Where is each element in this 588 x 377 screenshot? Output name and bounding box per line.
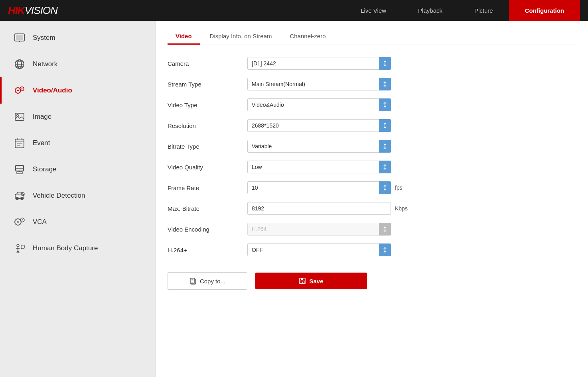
sidebar-item-system[interactable]: System <box>0 25 155 51</box>
label-stream-type: Stream Type <box>168 81 247 88</box>
select-wrap-video-quality: Low <box>247 161 391 173</box>
sidebar-item-vca[interactable]: VCA <box>0 209 155 235</box>
select-frame-rate[interactable]: 10 <box>247 181 391 194</box>
sidebar-label-storage: Storage <box>33 165 57 173</box>
main-content: Video Display Info. on Stream Channel-ze… <box>156 21 588 377</box>
sidebar-item-network[interactable]: Network <box>0 51 155 77</box>
svg-point-54 <box>302 282 303 283</box>
nav-items: Live View Playback Picture Configuration <box>345 0 580 21</box>
label-max-bitrate: Max. Bitrate <box>168 205 247 212</box>
select-wrap-h264plus: OFF <box>247 243 391 256</box>
form-row-video-encoding: Video Encoding H.264 <box>168 223 487 236</box>
logo-hik: HIK <box>8 4 25 17</box>
svg-rect-1 <box>16 35 23 40</box>
tab-display-info[interactable]: Display Info. on Stream <box>202 29 280 45</box>
storage-icon <box>14 163 26 175</box>
sidebar-item-event[interactable]: Event <box>0 130 155 156</box>
sidebar-item-video-audio[interactable]: Video/Audio <box>0 77 155 104</box>
control-max-bitrate <box>247 202 391 215</box>
svg-rect-22 <box>16 168 24 169</box>
top-nav: HIKVISION Live View Playback Picture Con… <box>0 0 588 21</box>
control-camera: [D1] 2442 <box>247 57 391 70</box>
svg-line-40 <box>18 251 19 253</box>
sidebar-label-event: Event <box>33 139 50 147</box>
svg-point-35 <box>22 220 23 220</box>
label-bitrate-type: Bitrate Type <box>168 143 247 150</box>
label-resolution: Resolution <box>168 122 247 129</box>
unit-kbps: Kbps <box>395 205 408 212</box>
form-row-h264plus: H.264+ OFF <box>168 243 487 256</box>
nav-live-view[interactable]: Live View <box>345 0 402 21</box>
tab-channel-zero[interactable]: Channel-zero <box>282 29 333 45</box>
nav-picture[interactable]: Picture <box>458 0 509 21</box>
form-row-video-type: Video Type Video&Audio <box>168 98 487 111</box>
logo: HIKVISION <box>8 4 57 17</box>
sidebar-label-system: System <box>33 34 55 42</box>
select-stream-type[interactable]: Main Stream(Normal) <box>247 78 391 90</box>
svg-rect-13 <box>15 113 24 120</box>
select-wrap-bitrate-type: Variable <box>247 140 391 153</box>
select-camera[interactable]: [D1] 2442 <box>247 57 391 70</box>
svg-point-32 <box>17 221 19 223</box>
nav-playback[interactable]: Playback <box>402 0 458 21</box>
nav-configuration[interactable]: Configuration <box>509 0 580 21</box>
control-frame-rate: 10 <box>247 181 391 194</box>
select-video-encoding[interactable]: H.264 <box>247 223 391 236</box>
input-max-bitrate[interactable] <box>247 202 391 215</box>
label-camera: Camera <box>168 60 247 67</box>
sidebar-item-vehicle-detection[interactable]: Vehicle Detection <box>0 183 155 209</box>
sidebar-item-image[interactable]: Image <box>0 104 155 130</box>
select-video-quality[interactable]: Low <box>247 161 391 173</box>
select-resolution[interactable]: 2688*1520 <box>247 119 391 132</box>
form: Camera [D1] 2442 Stream Type <box>168 57 487 256</box>
label-video-encoding: Video Encoding <box>168 226 247 233</box>
video-audio-icon <box>14 84 26 96</box>
label-h264plus: H.264+ <box>168 247 247 253</box>
save-button[interactable]: Save <box>255 273 367 289</box>
control-resolution: 2688*1520 <box>247 119 391 132</box>
layout: System Network <box>0 21 588 377</box>
control-video-type: Video&Audio <box>247 98 391 111</box>
control-stream-type: Main Stream(Normal) <box>247 78 391 90</box>
select-wrap-resolution: 2688*1520 <box>247 119 391 132</box>
tabs: Video Display Info. on Stream Channel-ze… <box>168 29 576 45</box>
svg-rect-41 <box>21 245 24 248</box>
svg-point-36 <box>17 244 19 247</box>
svg-rect-15 <box>15 139 24 148</box>
svg-point-12 <box>22 88 23 90</box>
copy-to-label: Copy to... <box>200 278 225 285</box>
vca-icon <box>14 216 26 228</box>
copy-to-button[interactable]: Copy to... <box>168 272 247 290</box>
select-wrap-stream-type: Main Stream(Normal) <box>247 78 391 90</box>
image-icon <box>14 111 26 123</box>
select-video-type[interactable]: Video&Audio <box>247 98 391 111</box>
sidebar-label-vca: VCA <box>33 218 47 226</box>
svg-rect-52 <box>301 278 303 280</box>
select-bitrate-type[interactable]: Variable <box>247 140 391 153</box>
svg-point-10 <box>17 90 19 91</box>
sidebar-item-human-body-capture[interactable]: Human Body Capture <box>0 235 155 261</box>
svg-point-30 <box>22 194 23 194</box>
control-video-quality: Low <box>247 161 391 173</box>
human-body-capture-icon <box>14 242 26 254</box>
label-video-quality: Video Quality <box>168 164 247 171</box>
form-row-video-quality: Video Quality Low <box>168 161 487 173</box>
sidebar-label-network: Network <box>33 60 57 68</box>
sidebar-item-storage[interactable]: Storage <box>0 156 155 183</box>
label-video-type: Video Type <box>168 102 247 108</box>
select-wrap-video-type: Video&Audio <box>247 98 391 111</box>
select-wrap-camera: [D1] 2442 <box>247 57 391 70</box>
unit-fps: fps <box>395 185 403 191</box>
form-row-stream-type: Stream Type Main Stream(Normal) <box>168 78 487 90</box>
select-h264plus[interactable]: OFF <box>247 243 391 256</box>
control-bitrate-type: Variable <box>247 140 391 153</box>
sidebar-label-image: Image <box>33 113 51 121</box>
sidebar-label-human-body-capture: Human Body Capture <box>33 244 98 252</box>
label-frame-rate: Frame Rate <box>168 185 247 191</box>
sidebar-label-video-audio: Video/Audio <box>33 86 72 94</box>
form-row-bitrate-type: Bitrate Type Variable <box>168 140 487 153</box>
save-label: Save <box>309 278 323 285</box>
tab-video[interactable]: Video <box>168 29 200 45</box>
control-video-encoding: H.264 <box>247 223 391 236</box>
system-icon <box>14 32 26 44</box>
